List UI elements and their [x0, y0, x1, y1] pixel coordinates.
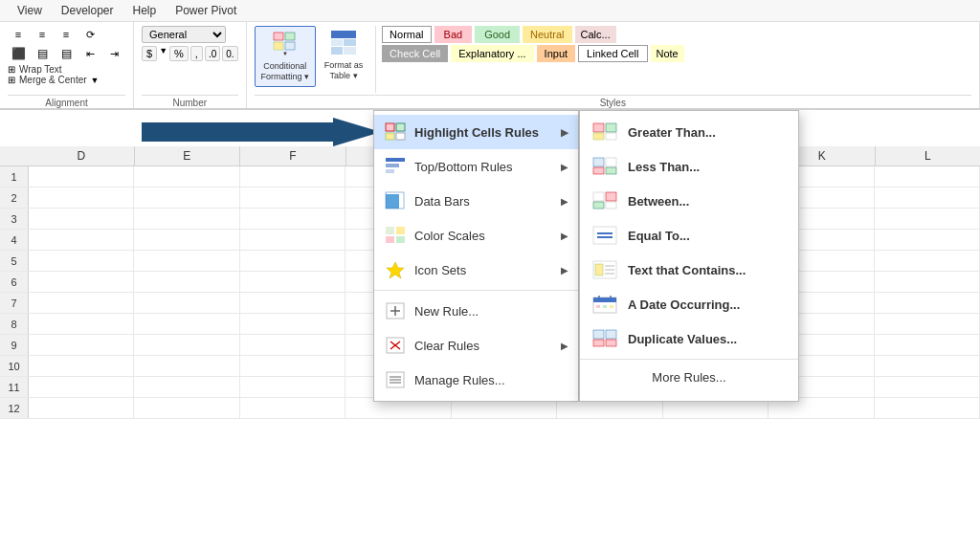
input-style-btn[interactable]: Input: [537, 45, 575, 62]
row-number[interactable]: 12: [0, 398, 29, 418]
row-number[interactable]: 6: [0, 272, 29, 292]
row-number[interactable]: 8: [0, 314, 29, 334]
bad-style-btn[interactable]: Bad: [434, 26, 473, 43]
cell[interactable]: [240, 356, 345, 376]
percent-btn[interactable]: %: [169, 46, 189, 61]
comma-btn[interactable]: ,: [190, 46, 203, 61]
menu-item-data-bars[interactable]: Data Bars ▶: [374, 184, 578, 218]
menu-item-color-scales[interactable]: Color Scales ▶: [374, 218, 578, 253]
calc-style-btn[interactable]: Calc...: [575, 26, 616, 43]
cell[interactable]: [29, 272, 134, 292]
cell[interactable]: [29, 230, 134, 250]
row-number[interactable]: 5: [0, 251, 29, 271]
cell[interactable]: [240, 293, 345, 313]
cell[interactable]: [134, 187, 239, 208]
menu-item-manage-rules[interactable]: Manage Rules...: [374, 363, 578, 397]
tab-view[interactable]: View: [8, 0, 52, 21]
cell[interactable]: [875, 356, 980, 376]
sub-menu-item-between[interactable]: Between...: [580, 184, 798, 218]
indent-decrease-btn[interactable]: ⇤: [79, 45, 100, 62]
normal-style-btn[interactable]: Normal: [382, 26, 431, 43]
cell[interactable]: [240, 251, 345, 271]
row-number[interactable]: 11: [0, 377, 29, 397]
align-top-right-btn[interactable]: ≡: [56, 26, 77, 43]
cell[interactable]: [875, 398, 980, 418]
cell[interactable]: [134, 335, 239, 355]
decrease-decimal-btn[interactable]: 0.: [222, 46, 237, 61]
row-number[interactable]: 2: [0, 187, 29, 208]
row-number[interactable]: 10: [0, 356, 29, 376]
cell[interactable]: [134, 356, 239, 376]
cell[interactable]: [240, 187, 345, 208]
merge-dropdown-icon[interactable]: ▼: [91, 76, 100, 85]
align-top-center-btn[interactable]: ≡: [32, 26, 53, 43]
conditional-formatting-btn[interactable]: ▼ ConditionalFormatting ▾: [255, 26, 317, 87]
cell[interactable]: [875, 293, 980, 313]
align-top-left-btn[interactable]: ≡: [8, 26, 29, 43]
check-cell-style-btn[interactable]: Check Cell: [382, 45, 448, 62]
cell[interactable]: [240, 335, 345, 355]
cell[interactable]: [29, 356, 134, 376]
currency-dropdown-icon[interactable]: ▼: [159, 46, 167, 61]
sub-menu-item-date-occurring[interactable]: A Date Occurring...: [580, 287, 798, 321]
cell[interactable]: [875, 272, 980, 292]
cell[interactable]: [134, 251, 239, 271]
align-right-btn[interactable]: ▤: [56, 45, 77, 62]
row-number[interactable]: 9: [0, 335, 29, 355]
cell[interactable]: [29, 166, 134, 187]
indent-increase-btn[interactable]: ⇥: [103, 45, 124, 62]
col-header-l[interactable]: L: [876, 146, 981, 165]
align-left-btn[interactable]: ⬛: [8, 45, 29, 62]
cell[interactable]: [29, 314, 134, 334]
align-center-btn[interactable]: ▤: [32, 45, 53, 62]
cell[interactable]: [875, 187, 980, 208]
merge-center-btn[interactable]: Merge & Center: [19, 75, 87, 85]
tab-help[interactable]: Help: [123, 0, 167, 21]
good-style-btn[interactable]: Good: [475, 26, 520, 43]
note-style-btn[interactable]: Note: [651, 45, 684, 62]
cell[interactable]: [134, 209, 239, 229]
row-number[interactable]: 7: [0, 293, 29, 313]
cell[interactable]: [875, 166, 980, 187]
cell[interactable]: [240, 166, 345, 187]
cell[interactable]: [134, 293, 239, 313]
cell[interactable]: [240, 272, 345, 292]
cell[interactable]: [134, 230, 239, 250]
cell[interactable]: [29, 398, 134, 418]
cell[interactable]: [29, 293, 134, 313]
cell[interactable]: [134, 377, 239, 397]
sub-menu-item-greater-than[interactable]: Greater Than...: [580, 115, 798, 149]
currency-btn[interactable]: $: [142, 46, 157, 61]
format-table-btn[interactable]: Format asTable ▾: [318, 26, 369, 85]
sub-menu-item-duplicate-values[interactable]: Duplicate Values...: [580, 321, 798, 356]
cell[interactable]: [240, 314, 345, 334]
menu-item-highlight-cells[interactable]: Highlight Cells Rules ▶: [374, 115, 578, 149]
cell[interactable]: [875, 230, 980, 250]
linked-cell-style-btn[interactable]: Linked Cell: [578, 45, 647, 62]
menu-item-new-rule[interactable]: New Rule...: [374, 294, 578, 328]
number-format-dropdown[interactable]: General: [142, 26, 226, 43]
row-number[interactable]: 3: [0, 209, 29, 229]
cell[interactable]: [29, 251, 134, 271]
tab-developer[interactable]: Developer: [52, 0, 123, 21]
cell[interactable]: [875, 251, 980, 271]
cell[interactable]: [875, 314, 980, 334]
wrap-text-btn[interactable]: Wrap Text: [19, 64, 62, 75]
explanatory-style-btn[interactable]: Explanatory ...: [451, 45, 533, 62]
cell[interactable]: [134, 314, 239, 334]
cell[interactable]: [29, 187, 134, 208]
cell[interactable]: [875, 209, 980, 229]
cell[interactable]: [134, 272, 239, 292]
cell[interactable]: [134, 398, 239, 418]
cell[interactable]: [29, 335, 134, 355]
cell[interactable]: [875, 335, 980, 355]
tab-power-pivot[interactable]: Power Pivot: [166, 0, 246, 21]
cell[interactable]: [240, 209, 345, 229]
cell[interactable]: [875, 377, 980, 397]
increase-decimal-btn[interactable]: .0: [205, 46, 220, 61]
cell[interactable]: [240, 377, 345, 397]
cell[interactable]: [240, 230, 345, 250]
row-number[interactable]: 4: [0, 230, 29, 250]
menu-item-clear-rules[interactable]: Clear Rules ▶: [374, 328, 578, 363]
sub-menu-item-less-than[interactable]: Less Than...: [580, 149, 798, 184]
